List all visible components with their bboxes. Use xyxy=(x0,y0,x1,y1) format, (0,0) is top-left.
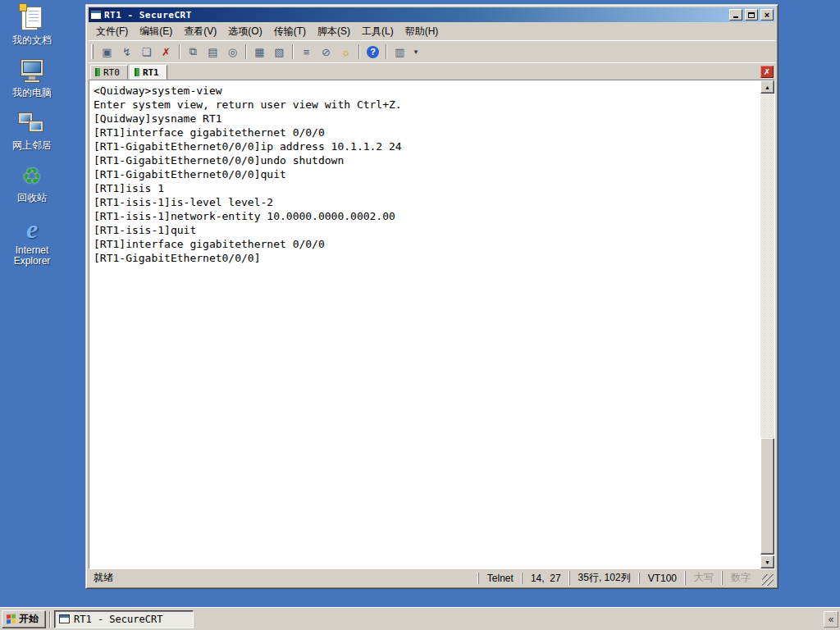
connect-icon[interactable]: ▣ xyxy=(98,43,116,61)
status-caps-lock: 大写 xyxy=(685,571,722,585)
securecrt-icon xyxy=(59,614,70,623)
taskbar-right: « xyxy=(824,611,838,628)
desktop-icon-internet-explorer[interactable]: e Internet Explorer xyxy=(0,215,64,267)
toolbar-separator xyxy=(292,44,294,59)
close-button[interactable]: × xyxy=(760,9,774,21)
disconnect-icon[interactable]: ✗ xyxy=(157,43,176,61)
print-icon[interactable]: ▦ xyxy=(250,43,269,61)
my-computer-icon xyxy=(18,57,46,85)
menu-edit[interactable]: 编辑(E) xyxy=(134,23,178,40)
recycle-bin-icon: ♻ xyxy=(18,162,46,190)
resize-grip[interactable] xyxy=(762,574,774,586)
session-tab-bar: RT0 RT1 ✗ xyxy=(89,62,775,80)
status-terminal-size: 35行, 102列 xyxy=(569,571,639,585)
desktop-icon-label: 我的文档 xyxy=(12,35,52,46)
menu-options[interactable]: 选项(O) xyxy=(222,23,267,40)
chevron-left-icon[interactable]: « xyxy=(824,611,838,628)
tab-close-button[interactable]: ✗ xyxy=(760,66,774,78)
taskbar: 开始 RT1 - SecureCRT « xyxy=(0,607,840,630)
desktop: { "desktop": { "icons": [ { "label": "我的… xyxy=(0,0,840,630)
terminal-area: <Quidway>system-view Enter system view, … xyxy=(89,80,775,569)
clear-screen-icon[interactable]: ⊘ xyxy=(317,43,336,61)
terminal-output[interactable]: <Quidway>system-view Enter system view, … xyxy=(89,80,774,265)
menu-help[interactable]: 帮助(H) xyxy=(399,23,445,40)
toolbar: ▣ ↯ ❏ ✗ ⧉ ▤ ◎ ▦ ▧ ≡ ⊘ ☼ ? ▥ ▾ xyxy=(89,40,775,62)
session-options-icon[interactable]: ≡ xyxy=(297,43,316,61)
desktop-icon-column: 我的文档 我的电脑 网上邻居 ♻ 回收站 e Internet Explorer xyxy=(0,5,64,278)
securecrt-window: RT1 - SecureCRT × 文件(F) 编辑(E) 查看(V) 选项(O… xyxy=(85,4,778,589)
start-button[interactable]: 开始 xyxy=(2,610,46,628)
tab-rt1[interactable]: RT1 xyxy=(130,65,167,80)
toolbar-overflow-icon[interactable]: ▾ xyxy=(410,43,422,61)
session-status-icon xyxy=(95,68,100,76)
copy-icon[interactable]: ⧉ xyxy=(184,43,203,61)
taskbar-item-securecrt[interactable]: RT1 - SecureCRT xyxy=(54,610,194,628)
toolbar-separator xyxy=(386,44,387,59)
menu-view[interactable]: 查看(V) xyxy=(178,23,222,40)
maximize-button[interactable] xyxy=(745,9,758,21)
desktop-icon-my-computer[interactable]: 我的电脑 xyxy=(0,57,64,98)
menu-script[interactable]: 脚本(S) xyxy=(312,23,356,40)
menu-tools[interactable]: 工具(L) xyxy=(356,23,399,40)
network-places-icon xyxy=(18,110,46,138)
minimize-button[interactable] xyxy=(729,9,742,21)
scrollbar-thumb[interactable] xyxy=(760,438,774,555)
paste-icon[interactable]: ▤ xyxy=(203,43,222,61)
taskbar-item-label: RT1 - SecureCRT xyxy=(74,614,162,625)
toolbar-separator xyxy=(358,44,360,59)
toolbar-separator xyxy=(179,44,180,59)
light-icon[interactable]: ☼ xyxy=(336,43,355,61)
close-icon: × xyxy=(765,11,769,20)
my-documents-icon xyxy=(18,5,46,33)
help-icon[interactable]: ? xyxy=(363,43,382,61)
desktop-icon-recycle-bin[interactable]: ♻ 回收站 xyxy=(0,162,64,203)
taskbar-separator xyxy=(49,611,51,628)
session-status-icon xyxy=(135,68,139,76)
desktop-icon-label: 我的电脑 xyxy=(12,88,52,98)
desktop-icon-label: 回收站 xyxy=(17,193,47,203)
internet-explorer-icon: e xyxy=(18,215,46,243)
window-title: RT1 - SecureCRT xyxy=(104,10,727,21)
tab-label: RT0 xyxy=(103,67,120,78)
status-bar: 就绪 Telnet 14, 27 35行, 102列 VT100 大写 数字 xyxy=(89,569,775,586)
toolbar-grip[interactable] xyxy=(91,44,94,59)
quick-connect-icon[interactable]: ↯ xyxy=(117,43,136,61)
menu-bar: 文件(F) 编辑(E) 查看(V) 选项(O) 传输(T) 脚本(S) 工具(L… xyxy=(89,22,775,40)
status-num-lock: 数字 xyxy=(722,571,759,585)
scroll-up-icon[interactable]: ▲ xyxy=(760,80,774,94)
desktop-icon-network-places[interactable]: 网上邻居 xyxy=(0,110,64,151)
status-cursor-position: 14, 27 xyxy=(522,573,569,584)
desktop-icon-my-documents[interactable]: 我的文档 xyxy=(0,5,64,46)
toolbar-separator xyxy=(245,44,247,59)
desktop-icon-label: Internet Explorer xyxy=(3,245,61,267)
status-protocol: Telnet xyxy=(478,573,522,584)
status-ready: 就绪 xyxy=(94,571,478,585)
windows-logo-icon xyxy=(7,614,16,623)
window-titlebar[interactable]: RT1 - SecureCRT × xyxy=(89,7,775,22)
start-button-label: 开始 xyxy=(19,612,39,626)
find-icon[interactable]: ◎ xyxy=(223,43,242,61)
print-setup-icon[interactable]: ▧ xyxy=(270,43,289,61)
tab-rt0[interactable]: RT0 xyxy=(90,65,128,80)
status-emulation: VT100 xyxy=(639,573,685,584)
tab-label: RT1 xyxy=(143,67,159,78)
desktop-icon-label: 网上邻居 xyxy=(12,140,52,151)
menu-transfer[interactable]: 传输(T) xyxy=(268,23,312,40)
clone-session-icon[interactable]: ❏ xyxy=(137,43,156,61)
menu-file[interactable]: 文件(F) xyxy=(90,23,134,40)
session-manager-icon[interactable]: ▥ xyxy=(390,43,409,61)
scroll-down-icon[interactable]: ▼ xyxy=(760,555,774,568)
vertical-scrollbar[interactable]: ▲ ▼ xyxy=(760,80,774,568)
app-icon xyxy=(90,10,102,20)
